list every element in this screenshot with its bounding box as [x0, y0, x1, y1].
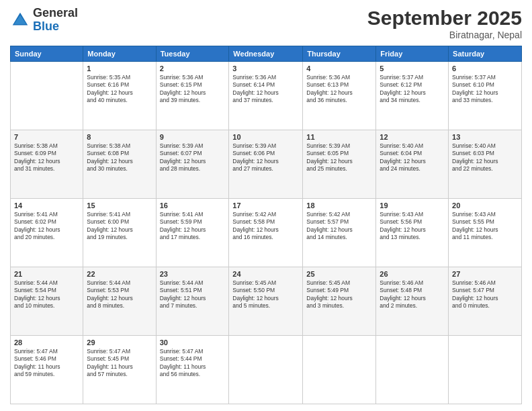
day-info: Sunrise: 5:44 AM Sunset: 5:53 PM Dayligh… [87, 279, 152, 310]
col-friday: Friday [376, 46, 449, 62]
day-info: Sunrise: 5:37 AM Sunset: 6:12 PM Dayligh… [380, 74, 445, 105]
calendar-cell: 12Sunrise: 5:40 AM Sunset: 6:04 PM Dayli… [376, 130, 449, 199]
logo-general-text: General [33, 6, 78, 19]
day-number: 21 [14, 270, 79, 278]
day-number: 16 [160, 201, 226, 210]
day-number: 7 [14, 133, 79, 141]
day-number: 27 [452, 270, 518, 278]
day-info: Sunrise: 5:45 AM Sunset: 5:50 PM Dayligh… [232, 279, 299, 310]
calendar-cell: 24Sunrise: 5:45 AM Sunset: 5:50 PM Dayli… [229, 267, 303, 336]
day-number: 19 [380, 201, 445, 210]
col-sunday: Sunday [11, 46, 83, 62]
day-number: 26 [380, 270, 445, 278]
col-thursday: Thursday [303, 46, 376, 62]
calendar-header-row: Sunday Monday Tuesday Wednesday Thursday… [11, 46, 522, 62]
calendar-cell: 7Sunrise: 5:38 AM Sunset: 6:09 PM Daylig… [11, 130, 83, 199]
day-number: 25 [306, 270, 372, 278]
calendar-cell: 4Sunrise: 5:36 AM Sunset: 6:13 PM Daylig… [303, 62, 376, 130]
calendar-cell [11, 62, 83, 130]
day-number: 5 [380, 64, 445, 73]
calendar-cell: 23Sunrise: 5:44 AM Sunset: 5:51 PM Dayli… [156, 267, 229, 336]
col-saturday: Saturday [449, 46, 522, 62]
day-number: 24 [232, 270, 299, 278]
day-number: 30 [160, 338, 226, 347]
calendar-week-row-2: 7Sunrise: 5:38 AM Sunset: 6:09 PM Daylig… [11, 130, 522, 199]
calendar-week-row-1: 1Sunrise: 5:35 AM Sunset: 6:16 PM Daylig… [11, 62, 522, 130]
day-info: Sunrise: 5:39 AM Sunset: 6:05 PM Dayligh… [306, 142, 372, 173]
title-block: September 2025 Biratnagar, Nepal [367, 7, 522, 40]
calendar-cell: 14Sunrise: 5:41 AM Sunset: 6:02 PM Dayli… [11, 199, 83, 267]
logo: General Blue [10, 7, 78, 34]
day-info: Sunrise: 5:35 AM Sunset: 6:16 PM Dayligh… [87, 74, 152, 105]
calendar-cell [449, 336, 522, 404]
day-info: Sunrise: 5:36 AM Sunset: 6:13 PM Dayligh… [306, 74, 372, 105]
day-info: Sunrise: 5:43 AM Sunset: 5:56 PM Dayligh… [380, 211, 445, 242]
day-info: Sunrise: 5:37 AM Sunset: 6:10 PM Dayligh… [452, 74, 518, 105]
day-info: Sunrise: 5:38 AM Sunset: 6:08 PM Dayligh… [87, 142, 152, 173]
calendar-cell: 26Sunrise: 5:46 AM Sunset: 5:48 PM Dayli… [376, 267, 449, 336]
logo-icon [10, 10, 30, 30]
day-number: 10 [232, 133, 299, 141]
calendar-week-row-3: 14Sunrise: 5:41 AM Sunset: 6:02 PM Dayli… [11, 199, 522, 267]
day-info: Sunrise: 5:40 AM Sunset: 6:04 PM Dayligh… [380, 142, 445, 173]
day-info: Sunrise: 5:42 AM Sunset: 5:57 PM Dayligh… [306, 211, 372, 242]
calendar-cell: 17Sunrise: 5:42 AM Sunset: 5:58 PM Dayli… [229, 199, 303, 267]
day-info: Sunrise: 5:47 AM Sunset: 5:46 PM Dayligh… [14, 348, 79, 379]
calendar-week-row-5: 28Sunrise: 5:47 AM Sunset: 5:46 PM Dayli… [11, 336, 522, 404]
calendar-cell: 30Sunrise: 5:47 AM Sunset: 5:44 PM Dayli… [156, 336, 229, 404]
calendar-cell [303, 336, 376, 404]
calendar-cell: 2Sunrise: 5:36 AM Sunset: 6:15 PM Daylig… [156, 62, 229, 130]
day-info: Sunrise: 5:42 AM Sunset: 5:58 PM Dayligh… [232, 211, 299, 242]
day-number: 8 [87, 133, 152, 141]
month-title: September 2025 [367, 7, 522, 30]
calendar-cell: 18Sunrise: 5:42 AM Sunset: 5:57 PM Dayli… [303, 199, 376, 267]
day-number: 29 [87, 338, 152, 347]
day-info: Sunrise: 5:44 AM Sunset: 5:51 PM Dayligh… [160, 279, 226, 310]
calendar-cell: 21Sunrise: 5:44 AM Sunset: 5:54 PM Dayli… [11, 267, 83, 336]
calendar-cell: 6Sunrise: 5:37 AM Sunset: 6:10 PM Daylig… [449, 62, 522, 130]
day-number: 13 [452, 133, 518, 141]
day-info: Sunrise: 5:44 AM Sunset: 5:54 PM Dayligh… [14, 279, 79, 310]
calendar-cell: 1Sunrise: 5:35 AM Sunset: 6:16 PM Daylig… [83, 62, 156, 130]
calendar-cell: 5Sunrise: 5:37 AM Sunset: 6:12 PM Daylig… [376, 62, 449, 130]
calendar-cell: 19Sunrise: 5:43 AM Sunset: 5:56 PM Dayli… [376, 199, 449, 267]
day-number: 11 [306, 133, 372, 141]
day-number: 22 [87, 270, 152, 278]
day-number: 28 [14, 338, 79, 347]
day-number: 15 [87, 201, 152, 210]
day-number: 3 [232, 64, 299, 73]
day-number: 20 [452, 201, 518, 210]
calendar-cell: 15Sunrise: 5:41 AM Sunset: 6:00 PM Dayli… [83, 199, 156, 267]
calendar-cell: 29Sunrise: 5:47 AM Sunset: 5:45 PM Dayli… [83, 336, 156, 404]
calendar-cell: 10Sunrise: 5:39 AM Sunset: 6:06 PM Dayli… [229, 130, 303, 199]
day-info: Sunrise: 5:46 AM Sunset: 5:47 PM Dayligh… [452, 279, 518, 310]
day-number: 1 [87, 64, 152, 73]
day-number: 17 [232, 201, 299, 210]
calendar-cell: 13Sunrise: 5:40 AM Sunset: 6:03 PM Dayli… [449, 130, 522, 199]
calendar-cell: 3Sunrise: 5:36 AM Sunset: 6:14 PM Daylig… [229, 62, 303, 130]
calendar-cell [229, 336, 303, 404]
calendar-week-row-4: 21Sunrise: 5:44 AM Sunset: 5:54 PM Dayli… [11, 267, 522, 336]
day-number: 12 [380, 133, 445, 141]
page: General Blue September 2025 Biratnagar, … [0, 0, 532, 411]
day-number: 18 [306, 201, 372, 210]
day-info: Sunrise: 5:36 AM Sunset: 6:14 PM Dayligh… [232, 74, 299, 105]
day-info: Sunrise: 5:40 AM Sunset: 6:03 PM Dayligh… [452, 142, 518, 173]
day-number: 14 [14, 201, 79, 210]
col-tuesday: Tuesday [156, 46, 229, 62]
calendar-cell: 16Sunrise: 5:41 AM Sunset: 5:59 PM Dayli… [156, 199, 229, 267]
calendar-cell: 20Sunrise: 5:43 AM Sunset: 5:55 PM Dayli… [449, 199, 522, 267]
logo-blue-text: Blue [33, 19, 59, 33]
location: Biratnagar, Nepal [367, 30, 522, 40]
logo-text: General Blue [33, 7, 78, 34]
day-info: Sunrise: 5:39 AM Sunset: 6:06 PM Dayligh… [232, 142, 299, 173]
day-number: 2 [160, 64, 226, 73]
calendar-table: Sunday Monday Tuesday Wednesday Thursday… [10, 46, 522, 404]
day-info: Sunrise: 5:41 AM Sunset: 6:02 PM Dayligh… [14, 211, 79, 242]
calendar-cell: 11Sunrise: 5:39 AM Sunset: 6:05 PM Dayli… [303, 130, 376, 199]
day-number: 9 [160, 133, 226, 141]
day-info: Sunrise: 5:41 AM Sunset: 6:00 PM Dayligh… [87, 211, 152, 242]
calendar-cell [376, 336, 449, 404]
calendar-cell: 28Sunrise: 5:47 AM Sunset: 5:46 PM Dayli… [11, 336, 83, 404]
day-info: Sunrise: 5:36 AM Sunset: 6:15 PM Dayligh… [160, 74, 226, 105]
